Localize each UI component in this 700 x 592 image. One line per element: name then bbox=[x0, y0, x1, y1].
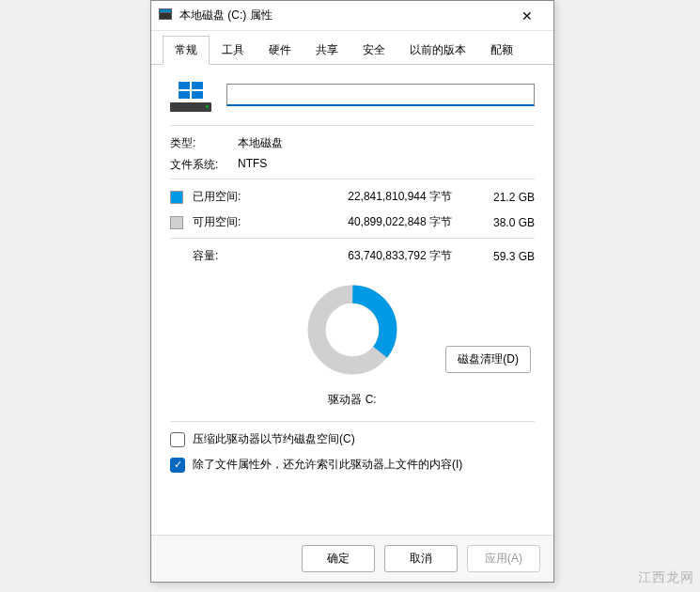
index-label: 除了文件属性外，还允许索引此驱动器上文件的内容(I) bbox=[193, 457, 462, 473]
free-space-gb: 38.0 GB bbox=[476, 216, 535, 229]
used-space-gb: 21.2 GB bbox=[476, 191, 535, 204]
capacity-bytes: 63,740,833,792 字节 bbox=[270, 248, 471, 264]
tab-quota[interactable]: 配额 bbox=[478, 36, 525, 65]
usage-chart-area: 磁盘清理(D) bbox=[170, 273, 535, 386]
divider bbox=[170, 125, 535, 126]
tab-previous-versions[interactable]: 以前的版本 bbox=[397, 36, 478, 65]
free-space-swatch bbox=[170, 216, 183, 229]
volume-label-input[interactable] bbox=[226, 84, 535, 106]
type-value: 本地磁盘 bbox=[238, 135, 283, 151]
index-checkbox-row[interactable]: 除了文件属性外，还允许索引此驱动器上文件的内容(I) bbox=[170, 457, 535, 473]
free-space-bytes: 40,899,022,848 字节 bbox=[270, 214, 471, 230]
svg-point-2 bbox=[327, 304, 379, 356]
compress-label: 压缩此驱动器以节约磁盘空间(C) bbox=[193, 431, 355, 447]
tab-general[interactable]: 常规 bbox=[163, 36, 210, 65]
tab-content: 类型: 本地磁盘 文件系统: NTFS 已用空间: 22,841,810,944… bbox=[151, 65, 553, 535]
filesystem-value: NTFS bbox=[238, 157, 267, 173]
divider bbox=[170, 238, 535, 239]
capacity-gb: 59.3 GB bbox=[476, 250, 535, 263]
properties-dialog: 本地磁盘 (C:) 属性 ✕ 常规 工具 硬件 共享 安全 以前的版本 配额 类… bbox=[150, 0, 554, 583]
drive-caption: 驱动器 C: bbox=[170, 392, 535, 408]
disk-cleanup-button[interactable]: 磁盘清理(D) bbox=[445, 346, 531, 373]
tab-sharing[interactable]: 共享 bbox=[303, 36, 350, 65]
compress-checkbox[interactable] bbox=[170, 432, 185, 447]
divider bbox=[170, 179, 535, 179]
titlebar: 本地磁盘 (C:) 属性 ✕ bbox=[151, 1, 553, 31]
close-button[interactable]: ✕ bbox=[508, 1, 546, 30]
tab-strip: 常规 工具 硬件 共享 安全 以前的版本 配额 bbox=[151, 31, 553, 65]
used-space-bytes: 22,841,810,944 字节 bbox=[270, 189, 471, 205]
volume-icon bbox=[170, 78, 211, 112]
filesystem-label: 文件系统: bbox=[170, 157, 238, 173]
tab-security[interactable]: 安全 bbox=[350, 36, 397, 65]
button-bar: 确定 取消 应用(A) bbox=[151, 535, 553, 582]
used-space-swatch bbox=[170, 191, 183, 204]
apply-button[interactable]: 应用(A) bbox=[467, 545, 540, 572]
cancel-button[interactable]: 取消 bbox=[384, 545, 458, 572]
tab-hardware[interactable]: 硬件 bbox=[257, 36, 303, 65]
divider bbox=[170, 421, 535, 422]
usage-donut-chart bbox=[305, 283, 399, 377]
ok-button[interactable]: 确定 bbox=[302, 545, 375, 572]
drive-icon bbox=[159, 8, 174, 23]
type-label: 类型: bbox=[170, 135, 238, 151]
capacity-label: 容量: bbox=[193, 248, 264, 264]
free-space-label: 可用空间: bbox=[193, 214, 264, 230]
used-space-label: 已用空间: bbox=[193, 189, 264, 205]
window-title: 本地磁盘 (C:) 属性 bbox=[179, 8, 508, 23]
tab-tools[interactable]: 工具 bbox=[210, 36, 257, 65]
index-checkbox[interactable] bbox=[170, 458, 185, 473]
watermark: 江西龙网 bbox=[638, 569, 694, 586]
compress-checkbox-row[interactable]: 压缩此驱动器以节约磁盘空间(C) bbox=[170, 431, 535, 447]
